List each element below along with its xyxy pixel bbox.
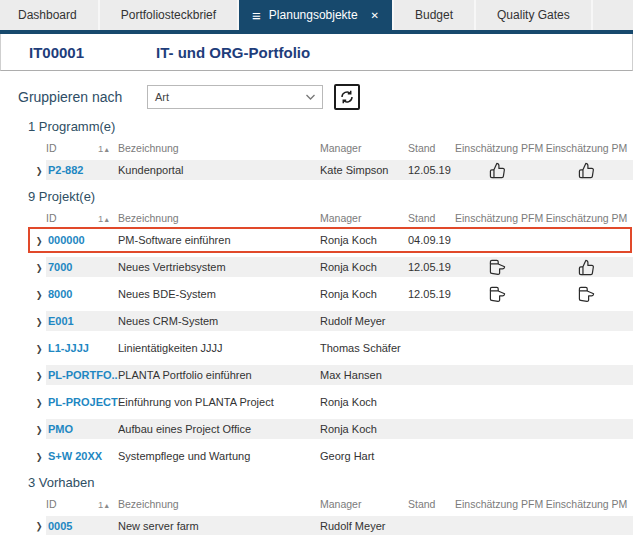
- tab-label: Planungsobjekte: [269, 8, 358, 22]
- row-manager: Georg Hart: [320, 450, 408, 462]
- row-id-link[interactable]: L1-JJJJ: [46, 342, 118, 354]
- chevron-right-icon[interactable]: ❯: [32, 370, 46, 381]
- table-row[interactable]: ❯ PL-PORTFO... PLANTA Portfolio einführe…: [0, 365, 633, 385]
- column-header-bezeichnung[interactable]: Bezeichnung: [118, 142, 320, 154]
- row-einschaetzung-pfm: [455, 259, 540, 276]
- column-header-einschaetzung-pm[interactable]: Einschätzung PM: [540, 212, 633, 224]
- row-id-link[interactable]: E001: [46, 315, 118, 327]
- section: 9 Projekt(e) ID 1▲ Bezeichnung Manager S…: [0, 189, 633, 466]
- chevron-right-icon[interactable]: ❯: [32, 343, 46, 354]
- thumb-up-icon: [489, 162, 506, 179]
- column-header-id[interactable]: ID: [46, 212, 98, 224]
- column-header-einschaetzung-pm[interactable]: Einschätzung PM: [540, 498, 633, 510]
- chevron-right-icon[interactable]: ❯: [32, 424, 46, 435]
- refresh-button[interactable]: [334, 84, 360, 110]
- table-header-row: ID 1▲ Bezeichnung Manager Stand Einschät…: [0, 211, 633, 225]
- row-id-link[interactable]: P2-882: [46, 164, 118, 176]
- row-bezeichnung: Einführung von PLANTA Project: [118, 396, 320, 408]
- chevron-right-icon[interactable]: ❯: [32, 165, 46, 176]
- row-einschaetzung-pm: [540, 259, 633, 276]
- section-title: 1 Programm(e): [28, 119, 633, 134]
- table-row[interactable]: ❯ PMO Aufbau eines Project Office Ronja …: [0, 419, 633, 439]
- column-header-bezeichnung[interactable]: Bezeichnung: [118, 498, 320, 510]
- chevron-right-icon[interactable]: ❯: [32, 262, 46, 273]
- column-header-manager[interactable]: Manager: [320, 212, 408, 224]
- chevron-down-icon: [305, 93, 316, 101]
- close-icon[interactable]: ✕: [371, 10, 379, 21]
- row-bezeichnung: Kundenportal: [118, 164, 320, 176]
- row-einschaetzung-pm: [540, 162, 633, 179]
- row-id-link[interactable]: PL-PORTFO...: [46, 369, 118, 381]
- row-manager: Ronja Koch: [320, 261, 408, 273]
- table-row[interactable]: ❯ 0005 New server farm Rudolf Meyer: [0, 516, 633, 535]
- table-row[interactable]: ❯ S+W 20XX Systempflege und Wartung Geor…: [0, 446, 633, 466]
- refresh-icon: [339, 89, 355, 105]
- row-bezeichnung: PLANTA Portfolio einführen: [118, 369, 320, 381]
- column-header-bezeichnung[interactable]: Bezeichnung: [118, 212, 320, 224]
- row-id-link[interactable]: 000000: [46, 234, 118, 246]
- planning-objects-list: 1 Programm(e) ID 1▲ Bezeichnung Manager …: [0, 119, 633, 535]
- thumb-neutral-icon: [489, 259, 506, 276]
- row-id-link[interactable]: S+W 20XX: [46, 450, 118, 462]
- section: 1 Programm(e) ID 1▲ Bezeichnung Manager …: [0, 119, 633, 180]
- hamburger-icon[interactable]: ≡: [252, 8, 260, 23]
- row-stand: 12.05.19: [408, 164, 455, 176]
- column-header-id[interactable]: ID: [46, 498, 98, 510]
- table-row[interactable]: ❯ 000000 PM-Software einführen Ronja Koc…: [0, 230, 633, 250]
- portfolio-header: IT00001 IT- und ORG-Portfolio: [0, 34, 633, 71]
- chevron-right-icon[interactable]: ❯: [32, 521, 46, 532]
- sort-asc-icon[interactable]: 1▲: [98, 499, 118, 510]
- column-header-stand[interactable]: Stand: [408, 142, 455, 154]
- portfolio-id: IT00001: [29, 44, 156, 61]
- table-header-row: ID 1▲ Bezeichnung Manager Stand Einschät…: [0, 497, 633, 511]
- row-manager: Rudolf Meyer: [320, 315, 408, 327]
- row-einschaetzung-pm: [540, 286, 633, 303]
- column-header-manager[interactable]: Manager: [320, 498, 408, 510]
- table-row[interactable]: ❯ 8000 Neues BDE-System Ronja Koch 12.05…: [0, 284, 633, 304]
- chevron-right-icon[interactable]: ❯: [32, 451, 46, 462]
- chevron-right-icon[interactable]: ❯: [32, 235, 46, 246]
- table-row[interactable]: ❯ L1-JJJJ Linientätigkeiten JJJJ Thomas …: [0, 338, 633, 358]
- row-bezeichnung: Systempflege und Wartung: [118, 450, 320, 462]
- row-manager: Ronja Koch: [320, 234, 408, 246]
- tab-dashboard[interactable]: Dashboard: [0, 0, 100, 30]
- row-bezeichnung: PM-Software einführen: [118, 234, 320, 246]
- table-row[interactable]: ❯ 7000 Neues Vertriebsystem Ronja Koch 1…: [0, 257, 633, 277]
- column-header-einschaetzung-pm[interactable]: Einschätzung PM: [540, 142, 633, 154]
- row-bezeichnung: Neues CRM-System: [118, 315, 320, 327]
- column-header-einschaetzung-pfm[interactable]: Einschätzung PFM: [455, 212, 540, 224]
- table-header-row: ID 1▲ Bezeichnung Manager Stand Einschät…: [0, 141, 633, 155]
- row-id-link[interactable]: 8000: [46, 288, 118, 300]
- row-id-link[interactable]: 7000: [46, 261, 118, 273]
- tab-portfoliosteckbrief[interactable]: Portfoliosteckbrief: [100, 0, 239, 30]
- row-id-link[interactable]: PL-PROJECT: [46, 396, 118, 408]
- thumb-neutral-icon: [489, 286, 506, 303]
- table-row[interactable]: ❯ PL-PROJECT Einführung von PLANTA Proje…: [0, 392, 633, 412]
- row-manager: Ronja Koch: [320, 396, 408, 408]
- chevron-right-icon[interactable]: ❯: [32, 397, 46, 408]
- column-header-manager[interactable]: Manager: [320, 142, 408, 154]
- tab-budget[interactable]: Budget: [394, 0, 476, 30]
- table-row[interactable]: ❯ P2-882 Kundenportal Kate Simpson 12.05…: [0, 160, 633, 180]
- row-manager: Ronja Koch: [320, 423, 408, 435]
- column-header-einschaetzung-pfm[interactable]: Einschätzung PFM: [455, 142, 540, 154]
- column-header-stand[interactable]: Stand: [408, 498, 455, 510]
- column-header-einschaetzung-pfm[interactable]: Einschätzung PFM: [455, 498, 540, 510]
- row-bezeichnung: New server farm: [118, 520, 320, 532]
- row-id-link[interactable]: 0005: [46, 520, 118, 532]
- tab-label: Budget: [415, 8, 453, 22]
- row-manager: Ronja Koch: [320, 288, 408, 300]
- sort-asc-icon[interactable]: 1▲: [98, 143, 118, 154]
- column-header-stand[interactable]: Stand: [408, 212, 455, 224]
- column-header-id[interactable]: ID: [46, 142, 98, 154]
- row-id-link[interactable]: PMO: [46, 423, 118, 435]
- chevron-right-icon[interactable]: ❯: [32, 289, 46, 300]
- table-row[interactable]: ❯ E001 Neues CRM-System Rudolf Meyer: [0, 311, 633, 331]
- row-manager: Kate Simpson: [320, 164, 408, 176]
- sort-asc-icon[interactable]: 1▲: [98, 213, 118, 224]
- group-by-select[interactable]: Art: [147, 85, 323, 109]
- row-manager: Max Hansen: [320, 369, 408, 381]
- tab-quality-gates[interactable]: Quality Gates: [476, 0, 593, 30]
- chevron-right-icon[interactable]: ❯: [32, 316, 46, 327]
- tab-planungsobjekte[interactable]: ≡ Planungsobjekte ✕: [239, 0, 394, 30]
